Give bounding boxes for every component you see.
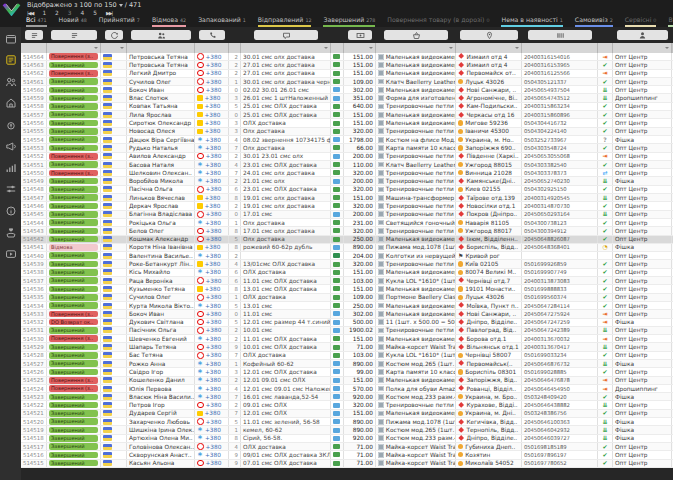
filter-pay[interactable] xyxy=(331,43,344,53)
filter-city[interactable] xyxy=(456,43,522,53)
phone-link[interactable]: +380 xyxy=(205,252,221,259)
order-row-514552[interactable]: 514552Повернення (з..Авилов Александр+38… xyxy=(21,153,673,161)
order-row-514553[interactable]: 514553ЗавершенийРудько Наталья*+3807Олх … xyxy=(21,144,673,152)
customers-icon[interactable] xyxy=(131,30,191,40)
phone-icon[interactable] xyxy=(199,30,225,40)
order-row-514532[interactable]: 514532DO Возврат ок..Дукович Світлана+38… xyxy=(21,319,673,327)
filter-qty[interactable] xyxy=(229,43,241,53)
phone-link[interactable]: +380 xyxy=(205,136,221,143)
filter-dropdown-icon[interactable] xyxy=(515,47,519,49)
phone-link[interactable]: +380 xyxy=(205,177,221,184)
phone-link[interactable]: +380 xyxy=(206,418,222,425)
order-row-514516[interactable]: 514516ЗавершенийСкворунская Анаст..*+380… xyxy=(21,451,673,459)
phone-link[interactable]: +380 xyxy=(205,335,221,342)
order-row-514560[interactable]: 514560ЗавершенийБокоч Иван+380002.02 30.… xyxy=(21,86,673,94)
order-row-514563[interactable]: 514563ЗавершенийПетровська Тетяна+380227… xyxy=(21,61,673,69)
order-row-514517[interactable]: 514517ЗавершенийГоловінова Олексан..+380… xyxy=(21,443,673,451)
phone-link[interactable]: +380 xyxy=(205,360,221,367)
phone-link[interactable]: +380 xyxy=(206,443,222,450)
order-row-514523[interactable]: 514523ЗавершенийВласюк Ніна Васили..*+38… xyxy=(21,393,673,401)
pagination-summary[interactable]: Відображено з 100 по 150 / 471 xyxy=(27,1,141,9)
phone-link[interactable]: +380 xyxy=(205,377,221,384)
products-basket-icon[interactable] xyxy=(384,30,448,40)
page-number-5[interactable]: 5 xyxy=(93,10,97,16)
payment-amount-icon[interactable] xyxy=(348,30,372,40)
phone-link[interactable]: +380 xyxy=(205,269,221,276)
order-row-514562[interactable]: 514562Повернення (з..Легкий Дмитро+38022… xyxy=(21,70,673,78)
order-row-514533[interactable]: 514533Повернення (з..Бокоч Иван+380011.0… xyxy=(21,310,673,318)
order-row-514559[interactable]: 514559ЗавершенийВлас Слотюк+380326.01 см… xyxy=(21,94,673,102)
filter-dropdown-icon[interactable] xyxy=(120,47,124,49)
phone-link[interactable]: +380 xyxy=(206,211,222,218)
phone-link[interactable]: +380 xyxy=(206,460,222,467)
order-row-514520[interactable]: 514520ЗавершенийЗахарченко Любовь+380511… xyxy=(21,418,673,426)
order-row-514524[interactable]: 514524Повернення (з..Юлія Первова*+38041… xyxy=(21,385,673,393)
filter-product[interactable] xyxy=(376,43,456,53)
finance-icon[interactable] xyxy=(4,118,17,131)
marketing-megaphone-icon[interactable] xyxy=(4,140,17,153)
filter-dropdown-icon[interactable] xyxy=(665,47,669,49)
phone-link[interactable]: +380 xyxy=(206,61,222,68)
order-row-514515[interactable]: 514515ЗавершенийКасьян Альона+380907.01 … xyxy=(21,460,673,468)
page-number-1[interactable]: 1 xyxy=(42,10,46,16)
first-page-icon[interactable]: |◀◀ xyxy=(27,10,33,16)
filter-tracking[interactable] xyxy=(522,43,598,53)
order-row-514564[interactable]: 514564Повернення (з..Петровська Тетяна+3… xyxy=(21,53,673,61)
order-row-514544[interactable]: 514544ЗавершенийРокіцька Ольга*+3801Олх … xyxy=(21,219,673,227)
phone-link[interactable]: +380 xyxy=(206,277,222,284)
order-row-514518[interactable]: 514518ЗавершенийАртюхіна Олена Ми..*+380… xyxy=(21,435,673,443)
phone-link[interactable]: +380 xyxy=(205,169,221,176)
video-tutorials-icon[interactable] xyxy=(4,247,17,260)
order-row-514525[interactable]: 514525Повернення (з..Кошеленко Данил*+38… xyxy=(21,377,673,385)
order-row-514549[interactable]: 514549ЗавершенийВоробйов Микола*+380221.… xyxy=(21,177,673,185)
tab-прийнятий[interactable]: Прийнятий7 xyxy=(99,16,140,27)
phone-link[interactable]: +380 xyxy=(206,343,222,350)
page-number-4[interactable]: 4 xyxy=(80,10,84,16)
phone-link[interactable]: +380 xyxy=(205,161,221,168)
order-row-514542[interactable]: 514542ЗавершенийКошмак Александр+3805Олх… xyxy=(21,236,673,244)
phone-link[interactable]: +380 xyxy=(205,285,221,292)
phone-link[interactable]: +380 xyxy=(205,128,221,135)
order-row-514539[interactable]: 514539ЗавершенийРоке-Бетанкурт Лін..+380… xyxy=(21,260,673,268)
info-icon[interactable] xyxy=(4,204,17,217)
phone-link[interactable]: +380 xyxy=(205,302,221,309)
order-row-514537[interactable]: 514537ЗавершенийРаца Вероніка+380611.01 … xyxy=(21,277,673,285)
order-row-514535[interactable]: 514535ЗавершенийСучилов Олег+3801ОЛХ дос… xyxy=(21,294,673,302)
phone-link[interactable]: +380 xyxy=(206,53,222,60)
sort-list-icon[interactable] xyxy=(25,30,43,40)
phone-link[interactable]: +380 xyxy=(206,78,222,85)
tab-новий[interactable]: Новий48 xyxy=(59,16,87,27)
app-logo[interactable] xyxy=(2,1,21,15)
phone-link[interactable]: +380 xyxy=(205,451,221,458)
phone-link[interactable]: +380 xyxy=(205,244,221,251)
phone-link[interactable]: +380 xyxy=(206,70,222,77)
tab-відправлений[interactable]: Відправлений12 xyxy=(258,16,312,27)
page-number-2[interactable]: 2 xyxy=(55,10,59,16)
filter-dropdown-icon[interactable] xyxy=(324,47,328,49)
sms-comment-icon[interactable] xyxy=(254,30,318,40)
tab-всі[interactable]: Всі471 xyxy=(26,16,47,27)
filter-dropdown-icon[interactable] xyxy=(94,47,98,49)
filter-source[interactable] xyxy=(613,43,672,53)
donate-hand-icon[interactable] xyxy=(4,226,17,239)
filter-result[interactable] xyxy=(598,43,613,53)
page-number-3[interactable]: 3 xyxy=(68,10,72,16)
order-row-514529[interactable]: 514529ЗавершенийШапарь Тетяна+380910.01 … xyxy=(21,343,673,351)
manager-icon[interactable] xyxy=(617,30,668,40)
order-row-514551[interactable]: 514551ЗавершенийБасова Наталя*+380423.01… xyxy=(21,161,673,169)
phone-link[interactable]: +380 xyxy=(205,111,221,118)
order-row-514528[interactable]: 514528ЗавершенийБас Тетяна+3807ОЛХ доста… xyxy=(21,352,673,360)
order-row-514538[interactable]: 514538ЗавершенийКісь Михайло*+3806ОЛХ до… xyxy=(21,269,673,277)
order-row-514554[interactable]: 514554ЗавершенийДацюк Віра Сергіївна*+38… xyxy=(21,136,673,144)
phone-link[interactable]: +380 xyxy=(206,227,222,234)
order-row-514543[interactable]: 514543ЗавершенийБелов Олег+380817.01 смс… xyxy=(21,227,673,235)
phone-link[interactable]: +380 xyxy=(205,393,221,400)
customers-icon[interactable] xyxy=(4,75,17,88)
phone-link[interactable]: +380 xyxy=(206,310,222,317)
order-row-514527[interactable]: 514527ЗавершенийРожко Анна*+3801Кофейный… xyxy=(21,360,673,368)
order-row-514548[interactable]: 514548ЗавершенийПасічна Ольга+380623.01 … xyxy=(21,186,673,194)
filter-status[interactable] xyxy=(47,43,101,53)
filter-dropdown-icon[interactable] xyxy=(449,47,453,49)
order-row-514540[interactable]: 514540ЗавершенийВалентина Василье..*+380… xyxy=(21,252,673,260)
phone-link[interactable]: +380 xyxy=(206,294,222,301)
